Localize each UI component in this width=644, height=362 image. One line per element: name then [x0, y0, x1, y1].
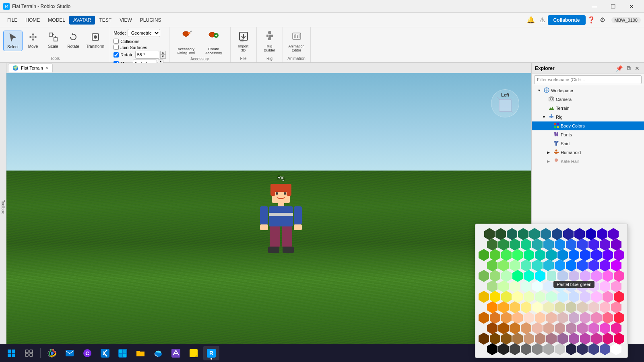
accessory-fitting-tool-button[interactable]: AccessoryFitting Tool [173, 29, 200, 57]
visual-studio-button[interactable] [168, 346, 184, 360]
color-cell[interactable] [532, 343, 543, 355]
collisions-row: Collisions [114, 39, 165, 44]
color-cell[interactable] [588, 343, 599, 355]
color-cell[interactable] [555, 343, 565, 355]
rig-icon [549, 114, 554, 121]
color-cell[interactable] [543, 343, 554, 355]
tree-item-body-colors[interactable]: Body Colors [532, 121, 644, 130]
svg-rect-66 [8, 350, 11, 353]
maximize-button[interactable]: ☐ [604, 0, 622, 13]
color-cell[interactable] [566, 343, 576, 355]
move-tool-button[interactable]: Move [23, 31, 43, 50]
tree-item-workspace[interactable]: ▼ Workspace [532, 86, 644, 95]
select-tool-button[interactable]: Select [3, 31, 23, 51]
sticky-notes-button[interactable] [186, 346, 202, 360]
store-button[interactable] [115, 346, 131, 360]
color-cell[interactable] [487, 343, 497, 355]
create-accessory-label: CreateAccessory [205, 47, 222, 55]
explorer-popout-button[interactable]: ⧉ [625, 65, 632, 72]
transform-tool-button[interactable]: Transform [84, 31, 107, 50]
humanoid-chevron[interactable]: ▶ [547, 150, 552, 154]
filter-input[interactable] [534, 75, 642, 84]
explorer-close-button[interactable]: ✕ [634, 65, 641, 72]
kate-hair-icon [553, 158, 559, 165]
files-button[interactable] [132, 346, 149, 360]
color-cell[interactable] [600, 343, 610, 355]
tree-item-humanoid[interactable]: ▶ Humanoid [532, 148, 644, 157]
svg-line-47 [511, 111, 513, 113]
kate-hair-chevron[interactable]: ▶ [547, 159, 552, 163]
join-surfaces-label: Join Surfaces [120, 45, 147, 50]
fitting-tool-icon [180, 31, 192, 46]
rig-chevron[interactable]: ▼ [542, 115, 547, 119]
tree-item-pants[interactable]: Pants [532, 130, 644, 139]
workspace-label: Workspace [551, 88, 573, 93]
color-cell[interactable] [611, 343, 621, 355]
color-picker-popup[interactable]: Pastel blue-green [475, 224, 628, 358]
menu-avatar[interactable]: AVATAR [69, 16, 95, 25]
menu-model[interactable]: MODEL [44, 16, 69, 25]
join-surfaces-checkbox[interactable] [114, 45, 119, 50]
close-button[interactable]: ✕ [622, 0, 641, 13]
svg-rect-20 [268, 38, 270, 40]
roblox-studio-taskbar-button[interactable]: R [203, 346, 219, 360]
notifications-button[interactable]: 🔔 [525, 14, 537, 26]
canva-button[interactable]: C [79, 346, 95, 360]
active-indicator [211, 358, 212, 360]
rotate-up-button[interactable]: ▲ [160, 51, 166, 55]
scale-tool-button[interactable]: Scale [43, 31, 63, 50]
color-cell[interactable] [498, 343, 509, 355]
import-3d-button[interactable]: 3D Import3D [234, 29, 253, 54]
svg-rect-62 [555, 152, 557, 154]
character-label: Rig [257, 175, 305, 181]
tab-close-button[interactable]: × [45, 65, 48, 71]
animation-editor-button[interactable]: AnimationEditor [286, 29, 307, 54]
alerts-button[interactable]: ⚠ [537, 14, 548, 26]
color-cell[interactable] [577, 343, 588, 355]
mail-button[interactable] [62, 346, 78, 360]
svg-rect-72 [25, 354, 28, 356]
rotate-snap-checkbox[interactable] [114, 52, 119, 58]
toolbox-sidebar[interactable]: Toolbox [0, 63, 6, 351]
menu-file[interactable]: FILE [3, 16, 21, 25]
svg-rect-69 [12, 354, 15, 357]
rig-builder-button[interactable]: RigBuilder [260, 29, 279, 54]
rotate-value-input[interactable] [135, 51, 159, 59]
menu-home[interactable]: HOME [21, 16, 44, 25]
tree-item-rig[interactable]: ▼ Rig [532, 113, 644, 121]
tree-item-camera[interactable]: Camera [532, 95, 644, 104]
help-button[interactable]: ❓ [586, 14, 597, 26]
rig-section: RigBuilder Rig [257, 27, 283, 62]
animation-editor-label: AnimationEditor [289, 44, 305, 52]
color-cell[interactable] [521, 343, 531, 355]
scale-icon [48, 32, 58, 43]
settings-button[interactable]: ⚙ [597, 14, 608, 26]
svg-rect-19 [271, 35, 273, 37]
rotate-down-button[interactable]: ▼ [160, 55, 166, 59]
collisions-checkbox[interactable] [114, 39, 119, 44]
explorer-pin-button[interactable]: 📌 [615, 65, 624, 72]
chrome-button[interactable] [44, 346, 60, 360]
menu-plugins[interactable]: PLUGINS [136, 16, 165, 25]
collaborate-button[interactable]: Collaborate [548, 15, 586, 25]
tree-item-terrain[interactable]: Terrain [532, 104, 644, 113]
flat-terrain-tab[interactable]: 🌍 Flat Terrain × [8, 64, 53, 72]
edge-button[interactable] [150, 346, 166, 360]
start-button[interactable] [3, 346, 19, 360]
minimize-button[interactable]: — [585, 0, 604, 13]
create-accessory-button[interactable]: + CreateAccessory [200, 29, 227, 57]
snap-to-grid-section: Mode: Geometric Collisions Join Surfaces… [110, 27, 169, 62]
color-cell[interactable] [510, 343, 520, 355]
tree-item-shirt[interactable]: Shirt [532, 139, 644, 148]
menu-test[interactable]: TEST [95, 16, 116, 25]
taskbar-separator-1 [40, 348, 41, 358]
menu-view[interactable]: VIEW [116, 16, 136, 25]
task-view-button[interactable] [21, 346, 37, 360]
vscode-button[interactable] [97, 346, 113, 360]
rotate-tool-button[interactable]: Rotate [64, 31, 83, 50]
svg-rect-83 [119, 354, 122, 357]
navigation-cube[interactable]: Left [491, 89, 519, 117]
workspace-chevron[interactable]: ▼ [537, 88, 542, 93]
tree-item-kate-hair[interactable]: ▶ Kate Hair [532, 157, 644, 166]
mode-select[interactable]: Geometric [128, 29, 160, 37]
